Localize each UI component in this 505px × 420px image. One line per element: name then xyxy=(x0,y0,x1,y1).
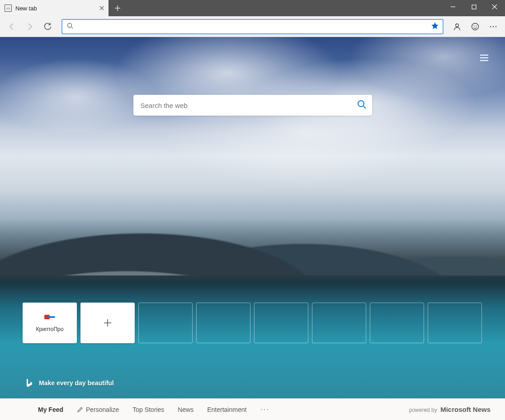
tab-favicon: ▭ xyxy=(5,5,12,12)
maximize-button[interactable] xyxy=(463,0,484,14)
close-window-button[interactable] xyxy=(484,0,505,14)
svg-point-1 xyxy=(68,23,72,27)
svg-rect-0 xyxy=(472,5,476,9)
new-tab-button[interactable] xyxy=(109,0,127,16)
svg-point-2 xyxy=(456,23,458,26)
svg-point-5 xyxy=(476,25,477,26)
tab-title: New tab xyxy=(15,5,94,12)
page-settings-button[interactable] xyxy=(476,50,492,66)
add-site-tile[interactable] xyxy=(80,303,135,343)
footer-more-button[interactable]: ··· xyxy=(260,405,269,414)
search-icon xyxy=(67,23,73,31)
favorite-icon[interactable] xyxy=(431,22,439,32)
feedback-button[interactable] xyxy=(467,19,483,35)
minimize-button[interactable] xyxy=(443,0,463,14)
top-site-tile[interactable]: КриптоПро xyxy=(23,303,77,343)
hero-search-input[interactable] xyxy=(141,102,357,109)
site-favicon-icon xyxy=(44,313,55,321)
back-button[interactable] xyxy=(4,19,20,35)
bing-tagline[interactable]: Make every day beautiful xyxy=(25,378,114,387)
hero-search-box[interactable] xyxy=(133,95,372,116)
search-submit-icon[interactable] xyxy=(357,99,367,111)
svg-point-6 xyxy=(490,26,491,27)
browser-tab[interactable]: ▭ New tab xyxy=(0,0,109,16)
footer-entertainment[interactable]: Entertainment xyxy=(207,406,246,413)
bing-logo-icon xyxy=(25,378,33,387)
browser-toolbar xyxy=(0,16,505,37)
empty-tile[interactable] xyxy=(196,303,250,343)
tagline-text: Make every day beautiful xyxy=(39,379,114,387)
forward-button[interactable] xyxy=(22,19,38,35)
more-button[interactable] xyxy=(485,19,501,35)
svg-point-7 xyxy=(493,26,494,27)
svg-point-8 xyxy=(496,26,497,27)
new-tab-page: КриптоПро Make every day beautiful xyxy=(0,37,505,398)
address-bar[interactable] xyxy=(61,19,444,34)
empty-tile[interactable] xyxy=(138,303,193,343)
footer-myfeed[interactable]: My Feed xyxy=(38,406,63,413)
footer-news[interactable]: News xyxy=(178,406,194,413)
svg-point-4 xyxy=(474,25,475,26)
tile-label: КриптоПро xyxy=(36,326,64,332)
empty-tile[interactable] xyxy=(428,303,482,343)
close-tab-button[interactable] xyxy=(98,4,106,12)
title-bar: ▭ New tab xyxy=(0,0,505,16)
footer-topstories[interactable]: Top Stories xyxy=(132,406,164,413)
empty-tile[interactable] xyxy=(312,303,366,343)
footer-personalize[interactable]: Personalize xyxy=(77,406,119,413)
empty-tile[interactable] xyxy=(370,303,424,343)
svg-point-3 xyxy=(472,23,479,30)
news-footer: My Feed Personalize Top Stories News Ent… xyxy=(0,398,505,420)
pencil-icon xyxy=(77,406,83,413)
address-input[interactable] xyxy=(76,23,431,30)
top-sites-tiles: КриптоПро xyxy=(23,303,482,343)
window-controls xyxy=(443,0,505,14)
profile-button[interactable] xyxy=(449,19,465,35)
refresh-button[interactable] xyxy=(40,19,56,35)
svg-point-9 xyxy=(358,101,364,107)
empty-tile[interactable] xyxy=(254,303,308,343)
powered-by-label: powered by Microsoft News xyxy=(409,406,491,413)
